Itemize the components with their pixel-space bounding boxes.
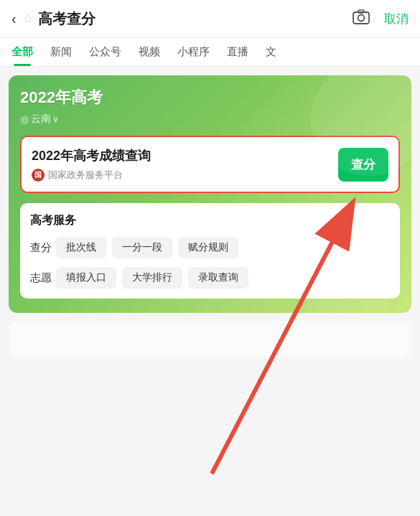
services-title: 高考服务 (30, 213, 390, 228)
tab-all[interactable]: 全部 (3, 38, 42, 66)
service-tags-query: 批次线 一分一段 赋分规则 (56, 237, 238, 258)
page-title: 高考查分 (38, 9, 353, 29)
services-row-volunteer: 志愿 填报入口 大学排行 录取查询 (30, 267, 390, 289)
tab-official-accounts[interactable]: 公众号 (80, 38, 130, 66)
svg-rect-0 (353, 12, 369, 24)
source-text: 国家政务服务平台 (48, 169, 123, 182)
svg-point-1 (358, 15, 365, 22)
services-row-query: 查分 批次线 一分一段 赋分规则 (30, 237, 390, 258)
tab-text[interactable]: 文 (257, 38, 285, 66)
tag-batch-line[interactable]: 批次线 (56, 237, 106, 258)
chevron-down-icon: ∨ (52, 114, 59, 124)
score-card-left: 2022年高考成绩查询 国 国家政务服务平台 (32, 147, 328, 182)
service-tags-volunteer: 填报入口 大学排行 录取查询 (56, 267, 248, 289)
tag-university-rank[interactable]: 大学排行 (122, 267, 182, 289)
camera-icon[interactable] (353, 9, 370, 29)
tab-video[interactable]: 视频 (130, 38, 169, 66)
cancel-button[interactable]: 取消 (384, 11, 409, 27)
tab-bar: 全部 新闻 公众号 视频 小程序 直播 文 (0, 38, 420, 67)
top-bar: ‹ ☆ 高考查分 取消 (0, 0, 420, 38)
location-text: 云南 (31, 113, 51, 126)
gov-logo-icon: 国 (32, 169, 45, 182)
tab-mini-program[interactable]: 小程序 (169, 38, 218, 66)
tab-live[interactable]: 直播 (218, 38, 257, 66)
star-icon[interactable]: ☆ (22, 11, 34, 27)
tag-admission-query[interactable]: 录取查询 (188, 267, 248, 289)
banner-location[interactable]: ◎ 云南 ∨ (20, 113, 400, 126)
tag-one-score[interactable]: 一分一段 (112, 237, 172, 258)
tag-fill-volunteer[interactable]: 填报入口 (56, 267, 116, 289)
row-label-query: 查分 (30, 241, 56, 255)
tag-score-rules[interactable]: 赋分规则 (178, 237, 238, 258)
services-section: 高考服务 查分 批次线 一分一段 赋分规则 志愿 填报入口 大学排行 录取查询 (20, 203, 400, 299)
location-pin-icon: ◎ (20, 113, 29, 125)
score-card-title: 2022年高考成绩查询 (32, 147, 328, 164)
svg-rect-2 (358, 10, 364, 13)
score-query-card: 2022年高考成绩查询 国 国家政务服务平台 查分 (20, 136, 400, 193)
row-label-volunteer: 志愿 (30, 271, 56, 285)
banner-card: 2022年高考 ◎ 云南 ∨ 2022年高考成绩查询 国 国家政务服务平台 查分… (9, 75, 411, 313)
tab-news[interactable]: 新闻 (42, 38, 80, 66)
back-button[interactable]: ‹ (11, 11, 17, 27)
bottom-card (9, 322, 411, 357)
banner-year: 2022年高考 (20, 87, 400, 108)
main-content: 2022年高考 ◎ 云南 ∨ 2022年高考成绩查询 国 国家政务服务平台 查分… (0, 67, 420, 366)
query-score-button[interactable]: 查分 (338, 148, 388, 182)
score-card-source: 国 国家政务服务平台 (32, 169, 328, 182)
